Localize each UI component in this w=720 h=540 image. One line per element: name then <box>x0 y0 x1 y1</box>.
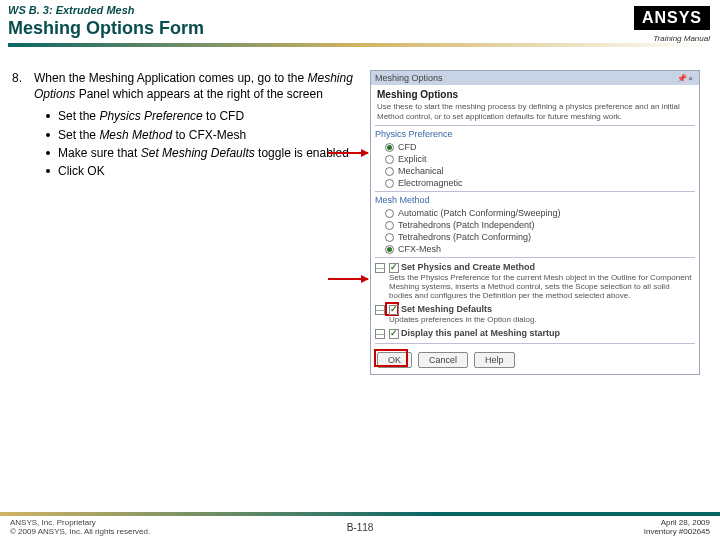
radio-cfx-mesh[interactable]: CFX-Mesh <box>371 243 699 255</box>
radio-icon <box>385 155 394 164</box>
group-physics-label: Physics Preference <box>375 129 699 139</box>
page-number: B-118 <box>347 522 374 533</box>
bullet-1: Set the Physics Preference to CFD <box>46 108 362 124</box>
meshing-options-panel: Meshing Options 📌× Meshing Options Use t… <box>370 70 700 375</box>
radio-icon <box>385 233 394 242</box>
radio-icon <box>385 167 394 176</box>
arrow-physics <box>328 152 368 154</box>
close-icon[interactable]: × <box>686 74 695 83</box>
arrow-method <box>328 278 368 280</box>
footer-right: April 28, 2009 Inventory #002645 <box>644 518 710 536</box>
radio-icon <box>385 209 394 218</box>
radio-electromagnetic[interactable]: Electromagnetic <box>371 177 699 189</box>
pin-icon[interactable]: 📌 <box>677 74 686 83</box>
step-number: 8. <box>12 70 28 181</box>
toggle-set-defaults[interactable]: — Set Meshing Defaults Updates preferenc… <box>371 302 699 326</box>
slide-header: WS B. 3: Extruded Mesh Meshing Options F… <box>0 0 720 60</box>
toggle-display-startup[interactable]: — Display this panel at Meshing startup <box>371 326 699 341</box>
checkbox-icon[interactable] <box>389 263 399 273</box>
group-method-label: Mesh Method <box>375 195 699 205</box>
training-manual-label: Training Manual <box>653 34 710 43</box>
collapse-icon[interactable]: — <box>375 263 385 273</box>
radio-tet-conforming[interactable]: Tetrahedrons (Patch Conforming) <box>371 231 699 243</box>
instruction-column: 8. When the Meshing Application comes up… <box>12 70 362 375</box>
radio-automatic[interactable]: Automatic (Patch Conforming/Sweeping) <box>371 207 699 219</box>
bullet-3: Make sure that Set Meshing Defaults togg… <box>46 145 362 161</box>
radio-mechanical[interactable]: Mechanical <box>371 165 699 177</box>
panel-titlebar: Meshing Options 📌× <box>371 71 699 85</box>
radio-icon <box>385 245 394 254</box>
step-text: When the Meshing Application comes up, g… <box>34 70 362 181</box>
toggle-set-physics[interactable]: — Set Physics and Create Method Sets the… <box>371 260 699 302</box>
footer-left: ANSYS, Inc. Proprietary © 2009 ANSYS, In… <box>10 518 150 536</box>
panel-heading: Meshing Options <box>377 89 693 100</box>
panel-intro: Use these to start the meshing process b… <box>377 102 693 121</box>
checkbox-icon[interactable] <box>389 329 399 339</box>
breadcrumb: WS B. 3: Extruded Mesh <box>8 4 712 16</box>
ansys-logo: ANSYS <box>634 6 710 30</box>
radio-icon <box>385 221 394 230</box>
step-8: 8. When the Meshing Application comes up… <box>12 70 362 181</box>
bullet-4: Click OK <box>46 163 362 179</box>
radio-cfd[interactable]: CFD <box>371 141 699 153</box>
collapse-icon[interactable]: — <box>375 305 385 315</box>
cancel-button[interactable]: Cancel <box>418 352 468 368</box>
bullet-2: Set the Mesh Method to CFX-Mesh <box>46 127 362 143</box>
slide-footer: ANSYS, Inc. Proprietary © 2009 ANSYS, In… <box>0 512 720 540</box>
collapse-icon[interactable]: — <box>375 329 385 339</box>
accent-bar <box>8 43 712 47</box>
radio-tet-independent[interactable]: Tetrahedrons (Patch Independent) <box>371 219 699 231</box>
radio-explicit[interactable]: Explicit <box>371 153 699 165</box>
highlight-box-ok <box>374 349 408 367</box>
panel-title: Meshing Options <box>375 73 443 83</box>
help-button[interactable]: Help <box>474 352 515 368</box>
radio-icon <box>385 179 394 188</box>
radio-icon <box>385 143 394 152</box>
sub-bullets: Set the Physics Preference to CFD Set th… <box>46 108 362 179</box>
checkbox-icon[interactable] <box>389 305 399 315</box>
logo-text: ANSYS <box>634 6 710 30</box>
page-title: Meshing Options Form <box>8 18 712 39</box>
